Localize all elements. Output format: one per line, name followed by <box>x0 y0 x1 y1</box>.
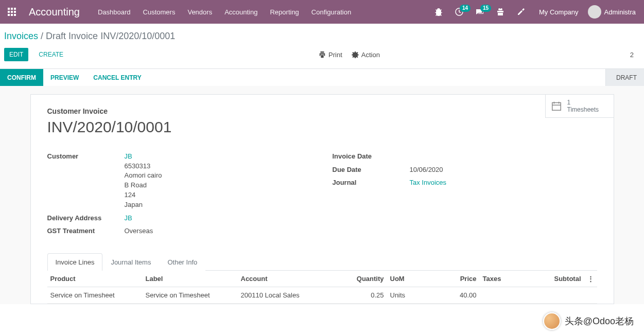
activities-badge: 14 <box>460 5 471 12</box>
label-delivery: Delivery Address <box>47 213 125 223</box>
print-button[interactable]: Print <box>319 51 342 59</box>
menu-dashboard[interactable]: Dashboard <box>92 1 136 23</box>
stat-timesheets[interactable]: 1 Timesheets <box>545 94 614 118</box>
main-menu: Dashboard Customers Vendors Accounting R… <box>92 1 357 23</box>
avatar-icon <box>588 5 601 19</box>
sheet-wrap: 1 Timesheets Customer Invoice INV/2020/1… <box>0 86 644 304</box>
menu-vendors[interactable]: Vendors <box>182 1 218 23</box>
link-customer[interactable]: JB <box>125 152 132 160</box>
th-options-icon[interactable]: ⋮ <box>584 271 597 287</box>
status-stage: DRAFT <box>605 69 644 86</box>
stat-label: Timesheets <box>567 106 599 113</box>
cell-label: Service on Timesheet <box>143 287 238 303</box>
company-switcher[interactable]: My Company <box>533 8 585 16</box>
stage-draft[interactable]: DRAFT <box>605 69 644 86</box>
label-invoice-date: Invoice Date <box>333 151 410 162</box>
bug-icon[interactable] <box>430 4 447 20</box>
breadcrumb: Invoices / Draft Invoice INV/2020/10/000… <box>4 29 636 43</box>
value-gst: Overseas <box>125 226 312 236</box>
th-taxes[interactable]: Taxes <box>480 271 542 287</box>
apps-icon[interactable] <box>0 0 24 24</box>
cell-account: 200110 Local Sales <box>238 287 341 303</box>
form-sheet: 1 Timesheets Customer Invoice INV/2020/1… <box>30 94 614 304</box>
table-row[interactable]: Service on Timesheet Service on Timeshee… <box>47 287 597 303</box>
tab-journal-items[interactable]: Journal Items <box>102 253 159 271</box>
breadcrumb-root[interactable]: Invoices <box>4 31 38 41</box>
user-name: Administra <box>604 8 636 16</box>
cell-uom: Units <box>387 287 433 303</box>
value-invoice-date <box>410 151 597 162</box>
breadcrumb-sep: / <box>41 31 43 41</box>
cancel-entry-button[interactable]: CANCEL ENTRY <box>86 69 148 86</box>
menu-reporting[interactable]: Reporting <box>264 1 304 23</box>
menu-customers[interactable]: Customers <box>137 1 181 23</box>
tools-icon[interactable] <box>512 4 530 20</box>
create-button[interactable]: CREATE <box>33 48 68 61</box>
cell-quantity: 0.25 <box>341 287 387 303</box>
app-brand[interactable]: Accounting <box>29 6 80 18</box>
th-product[interactable]: Product <box>47 271 143 287</box>
notebook-tabs: Invoice Lines Journal Items Other Info <box>47 253 597 271</box>
breadcrumb-current: Draft Invoice INV/2020/10/0001 <box>46 31 175 41</box>
label-gst: GST Treatment <box>47 226 125 236</box>
th-price[interactable]: Price <box>433 271 480 287</box>
th-subtotal[interactable]: Subtotal <box>542 271 584 287</box>
status-bar: CONFIRM PREVIEW CANCEL ENTRY DRAFT <box>0 68 644 86</box>
svg-rect-0 <box>8 8 10 10</box>
label-customer: Customer <box>47 151 125 210</box>
systray: 14 15 My Company Administra <box>430 4 636 20</box>
svg-rect-3 <box>8 11 10 13</box>
svg-rect-5 <box>14 11 16 13</box>
svg-rect-4 <box>11 11 13 13</box>
messages-badge: 15 <box>480 5 491 12</box>
toolbar: EDIT CREATE Print Action 2 <box>4 43 636 68</box>
right-column: Invoice Date Due Date 10/06/2020 Journal… <box>333 151 597 239</box>
watermark-avatar-icon <box>543 312 561 330</box>
document-name: INV/2020/10/0001 <box>47 118 597 136</box>
tab-other-info[interactable]: Other Info <box>159 253 205 271</box>
pager[interactable]: 2 <box>630 51 636 59</box>
customer-address: 6530313 Aomori cairo B Road 124 Japan <box>125 162 312 210</box>
link-delivery[interactable]: JB <box>125 214 132 222</box>
messages-icon[interactable]: 15 <box>471 4 489 20</box>
label-journal: Journal <box>333 178 410 188</box>
activities-icon[interactable]: 14 <box>450 4 468 20</box>
top-nav: Accounting Dashboard Customers Vendors A… <box>0 0 644 24</box>
svg-rect-8 <box>14 14 16 16</box>
th-quantity[interactable]: Quantity <box>341 271 387 287</box>
svg-rect-2 <box>14 8 16 10</box>
cell-subtotal <box>542 287 584 303</box>
menu-accounting[interactable]: Accounting <box>219 1 263 23</box>
menu-configuration[interactable]: Configuration <box>306 1 357 23</box>
confirm-button[interactable]: CONFIRM <box>0 69 43 86</box>
calendar-icon <box>551 100 562 112</box>
label-due-date: Due Date <box>333 165 410 175</box>
th-account[interactable]: Account <box>238 271 341 287</box>
action-button[interactable]: Action <box>352 51 380 59</box>
svg-rect-6 <box>8 14 10 16</box>
invoice-lines-table: Product Label Account Quantity UoM Price… <box>47 271 597 304</box>
th-uom[interactable]: UoM <box>387 271 433 287</box>
gift-icon[interactable] <box>492 4 509 20</box>
svg-rect-7 <box>11 14 13 16</box>
value-due-date: 10/06/2020 <box>410 165 597 175</box>
cell-price: 40.00 <box>433 287 480 303</box>
link-journal[interactable]: Tax Invoices <box>410 179 447 186</box>
th-label[interactable]: Label <box>143 271 238 287</box>
stat-count: 1 <box>567 99 599 106</box>
user-menu[interactable]: Administra <box>588 5 636 19</box>
cell-product: Service on Timesheet <box>47 287 143 303</box>
tab-invoice-lines[interactable]: Invoice Lines <box>47 253 103 271</box>
document-type: Customer Invoice <box>47 107 597 115</box>
watermark: 头条@Odoo老杨 <box>543 312 634 330</box>
preview-button[interactable]: PREVIEW <box>43 69 86 86</box>
control-panel: Invoices / Draft Invoice INV/2020/10/000… <box>0 24 644 68</box>
gear-icon <box>352 51 359 58</box>
left-column: Customer JB 6530313 Aomori cairo B Road … <box>47 151 312 239</box>
svg-rect-1 <box>11 8 13 10</box>
edit-button[interactable]: EDIT <box>4 48 28 61</box>
cell-taxes <box>480 287 542 303</box>
print-icon <box>319 51 326 58</box>
